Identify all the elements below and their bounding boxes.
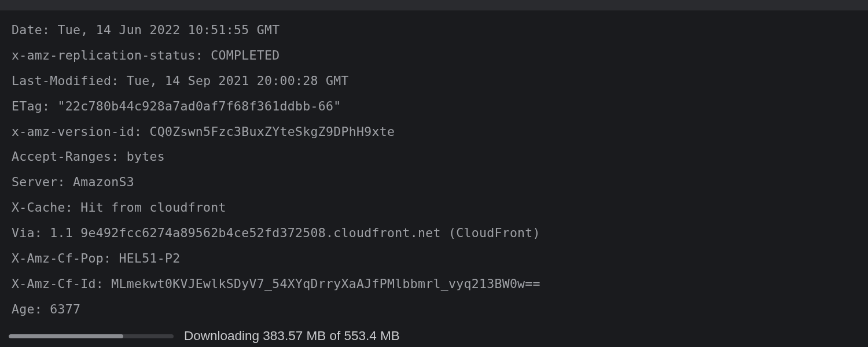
header-value: "22c780b44c928a7ad0af7f68f361ddbb-66" <box>57 99 341 113</box>
http-header-line: Via: 1.1 9e492fcc6274a89562b4ce52fd37250… <box>12 224 856 242</box>
header-name: X-Amz-Cf-Pop <box>12 251 104 265</box>
terminal-output[interactable]: Date: Tue, 14 Jun 2022 10:51:55 GMT x-am… <box>0 10 868 328</box>
http-header-line: Server: AmazonS3 <box>12 173 856 191</box>
header-value: COMPLETED <box>211 48 279 62</box>
header-name: Via <box>12 226 35 240</box>
http-header-line: x-amz-replication-status: COMPLETED <box>12 46 856 64</box>
header-name: X-Cache <box>12 200 65 215</box>
header-name: ETag <box>12 99 42 113</box>
http-header-line: Accept-Ranges: bytes <box>12 147 856 165</box>
http-header-line: X-Amz-Cf-Pop: HEL51-P2 <box>12 249 856 267</box>
http-header-line: Date: Tue, 14 Jun 2022 10:51:55 GMT <box>12 21 856 39</box>
download-progress-fill <box>9 334 123 338</box>
header-name: Date <box>12 23 42 37</box>
header-name: X-Amz-Cf-Id <box>12 276 96 291</box>
header-value: Tue, 14 Jun 2022 10:51:55 GMT <box>57 23 279 37</box>
header-name: Accept-Ranges <box>12 149 111 164</box>
header-value: AmazonS3 <box>73 175 134 189</box>
http-header-line: X-Amz-Cf-Id: MLmekwt0KVJEwlkSDyV7_54XYqD… <box>12 275 856 293</box>
http-header-line: X-Cache: Hit from cloudfront <box>12 198 856 216</box>
window-title-bar <box>0 0 868 10</box>
http-header-line: Age: 6377 <box>12 300 856 318</box>
header-name: x-amz-version-id <box>12 124 134 139</box>
header-name: Server <box>12 175 57 189</box>
header-value: 6377 <box>50 302 80 316</box>
http-header-line: x-amz-version-id: CQ0Zswn5Fzc3BuxZYteSkg… <box>12 123 856 141</box>
header-name: x-amz-replication-status <box>12 48 196 62</box>
download-progress-bar <box>9 334 174 338</box>
http-header-line: ETag: "22c780b44c928a7ad0af7f68f361ddbb-… <box>12 97 856 115</box>
header-value: CQ0Zswn5Fzc3BuxZYteSkgZ9DPhH9xte <box>149 124 395 139</box>
http-header-line: Last-Modified: Tue, 14 Sep 2021 20:00:28… <box>12 72 856 90</box>
header-value: MLmekwt0KVJEwlkSDyV7_54XYqDrryXaAJfPMlbb… <box>111 276 540 291</box>
header-value: Hit from cloudfront <box>80 200 226 215</box>
header-value: HEL51-P2 <box>119 251 180 265</box>
header-name: Age <box>12 302 35 316</box>
header-name: Last-Modified <box>12 73 111 88</box>
header-value: Tue, 14 Sep 2021 20:00:28 GMT <box>127 73 349 88</box>
download-footer: Downloading 383.57 MB of 553.4 MB <box>0 328 868 347</box>
download-status-text: Downloading 383.57 MB of 553.4 MB <box>184 328 400 344</box>
header-value: 1.1 9e492fcc6274a89562b4ce52fd372508.clo… <box>50 226 540 240</box>
header-value: bytes <box>127 149 165 164</box>
